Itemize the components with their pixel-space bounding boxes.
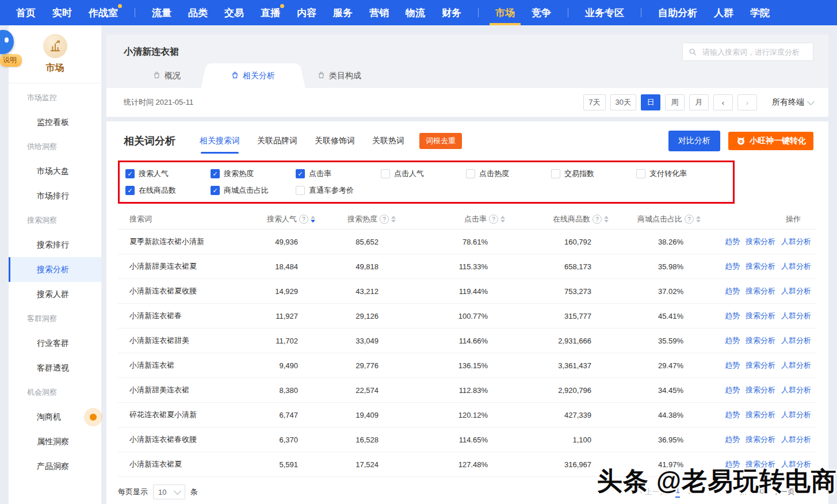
mascot-help-badge[interactable]: 说明 [0, 54, 22, 67]
sidebar-item-audience-perspective[interactable]: 客群透视 [9, 356, 101, 380]
range-7d-button[interactable]: 7天 [583, 94, 605, 110]
audience-analysis-link[interactable]: 人群分析 [781, 459, 811, 469]
page-50-button[interactable]: 50 [756, 487, 764, 497]
trend-link[interactable]: 趋势 [725, 311, 740, 321]
help-icon[interactable]: ? [489, 215, 498, 224]
range-30d-button[interactable]: 30天 [610, 94, 636, 110]
help-icon[interactable]: ? [380, 215, 389, 224]
audience-analysis-link[interactable]: 人群分析 [781, 311, 811, 321]
sidebar-item-search-ranking[interactable]: 搜索排行 [9, 232, 101, 257]
search-analysis-link[interactable]: 搜索分析 [746, 360, 775, 371]
search-box[interactable] [682, 43, 813, 61]
page-3-button[interactable]: 3 [701, 487, 705, 497]
sidebar-item-industry-audience[interactable]: 行业客群 [9, 331, 101, 356]
checked-box-icon[interactable]: ✓ [125, 186, 135, 195]
checked-box-icon[interactable]: ✓ [296, 169, 305, 178]
search-analysis-link[interactable]: 搜索分析 [746, 410, 775, 420]
tab-related-modifier-words[interactable]: 关联修饰词 [315, 136, 355, 146]
search-input[interactable] [701, 47, 807, 57]
column-header-online-products[interactable]: 在线商品数? [518, 214, 621, 224]
audience-analysis-link[interactable]: 人群分析 [781, 236, 811, 247]
nav-item-marketing[interactable]: 营销 [369, 0, 389, 25]
search-analysis-link[interactable]: 搜索分析 [746, 261, 775, 272]
sort-icon[interactable] [311, 216, 315, 223]
prev-page-button[interactable]: ‹ 上一页 [640, 487, 667, 497]
tab-related-brand-words[interactable]: 关联品牌词 [257, 136, 297, 146]
one-key-convert-button[interactable]: 小旺神一键转化 [728, 132, 813, 150]
unchecked-box-icon[interactable] [381, 169, 390, 178]
audience-analysis-link[interactable]: 人群分析 [781, 335, 811, 346]
checkbox-search-popularity[interactable]: ✓搜索人气 [125, 169, 211, 179]
nav-item-content[interactable]: 内容 [297, 0, 316, 25]
sort-icon[interactable] [391, 216, 396, 223]
audience-analysis-link[interactable]: 人群分析 [781, 261, 811, 272]
page-2-button[interactable]: 2 [689, 487, 693, 497]
unchecked-box-icon[interactable] [636, 169, 645, 178]
help-icon[interactable]: ? [299, 215, 308, 224]
nav-item-category[interactable]: 品类 [188, 0, 208, 25]
sort-icon[interactable] [604, 216, 609, 223]
search-analysis-link[interactable]: 搜索分析 [746, 236, 775, 247]
mascot-face-icon[interactable] [0, 30, 14, 54]
sidebar-item-monitor-board[interactable]: 监控看板 [9, 110, 101, 135]
search-analysis-link[interactable]: 搜索分析 [746, 311, 775, 321]
checked-box-icon[interactable]: ✓ [211, 186, 220, 195]
sidebar-item-attribute-insight[interactable]: 属性洞察 [9, 429, 101, 454]
column-header-search-popularity[interactable]: 搜索人气? [256, 214, 328, 224]
nav-item-war-room[interactable]: 作战室 [89, 0, 118, 25]
checkbox-mall-click-share[interactable]: ✓商城点击占比 [211, 185, 296, 196]
dedupe-button[interactable]: 词根去重 [419, 133, 462, 149]
checkbox-click-rate[interactable]: ✓点击率 [296, 169, 381, 179]
nav-item-finance[interactable]: 财务 [442, 0, 461, 25]
column-header-click-rate[interactable]: 点击率? [408, 214, 518, 224]
assistant-mascot[interactable]: 说明 [0, 30, 22, 67]
nav-item-self-analysis[interactable]: 自助分析 [658, 0, 697, 25]
nav-item-logistics[interactable]: 物流 [406, 0, 425, 25]
search-analysis-link[interactable]: 搜索分析 [746, 434, 775, 445]
unchecked-box-icon[interactable] [551, 169, 560, 178]
checkbox-trade-index[interactable]: 交易指数 [551, 169, 636, 179]
nav-item-traffic[interactable]: 流量 [152, 0, 171, 25]
trend-link[interactable]: 趋势 [725, 410, 740, 420]
unchecked-box-icon[interactable] [296, 186, 305, 195]
range-month-button[interactable]: 月 [689, 94, 709, 110]
checkbox-search-heat[interactable]: ✓搜索热度 [211, 169, 296, 179]
checkbox-click-heat[interactable]: 点击热度 [466, 169, 551, 179]
page-5-button[interactable]: 5 [727, 487, 731, 497]
trend-link[interactable]: 趋势 [725, 385, 740, 395]
checkbox-ztc-reference-price[interactable]: 直通车参考价 [296, 185, 381, 196]
sidebar-item-search-audience[interactable]: 搜索人群 [9, 282, 101, 307]
sidebar-item-market-overview[interactable]: 市场大盘 [9, 159, 101, 184]
page-4-button[interactable]: 4 [714, 487, 718, 497]
tab-related-analysis[interactable]: 相关分析 [210, 63, 296, 88]
column-header-search-heat[interactable]: 搜索热度? [328, 214, 408, 224]
checked-box-icon[interactable]: ✓ [211, 169, 220, 178]
column-header-mall-click-share[interactable]: 商城点击占比? [621, 214, 713, 224]
tab-category-composition[interactable]: 类目构成 [296, 63, 383, 88]
audience-analysis-link[interactable]: 人群分析 [781, 360, 811, 371]
range-day-button[interactable]: 日 [641, 94, 660, 110]
help-icon[interactable]: ? [593, 215, 602, 224]
unchecked-box-icon[interactable] [466, 169, 475, 178]
tab-overview[interactable]: 概况 [124, 63, 210, 88]
range-week-button[interactable]: 周 [665, 94, 685, 110]
audience-analysis-link[interactable]: 人群分析 [781, 286, 811, 296]
trend-link[interactable]: 趋势 [725, 286, 740, 296]
date-prev-button[interactable]: ‹ [713, 94, 733, 110]
date-next-button[interactable]: › [737, 94, 757, 110]
audience-analysis-link[interactable]: 人群分析 [781, 434, 811, 445]
checked-box-icon[interactable]: ✓ [125, 169, 135, 178]
nav-item-trade[interactable]: 交易 [224, 0, 244, 25]
nav-item-academy[interactable]: 学院 [750, 0, 770, 25]
trend-link[interactable]: 趋势 [725, 261, 740, 272]
trend-link[interactable]: 趋势 [725, 459, 740, 469]
search-analysis-link[interactable]: 搜索分析 [746, 385, 775, 395]
sidebar-item-product-insight[interactable]: 产品洞察 [9, 454, 101, 479]
checkbox-click-popularity[interactable]: 点击人气 [381, 169, 466, 179]
nav-item-business-zone[interactable]: 业务专区 [585, 0, 624, 25]
help-icon[interactable]: ? [685, 215, 694, 224]
checkbox-payment-conversion[interactable]: 支付转化率 [636, 169, 721, 179]
sidebar-item-market-ranking[interactable]: 市场排行 [9, 184, 101, 208]
search-analysis-link[interactable]: 搜索分析 [746, 335, 775, 346]
search-analysis-link[interactable]: 搜索分析 [746, 286, 775, 296]
